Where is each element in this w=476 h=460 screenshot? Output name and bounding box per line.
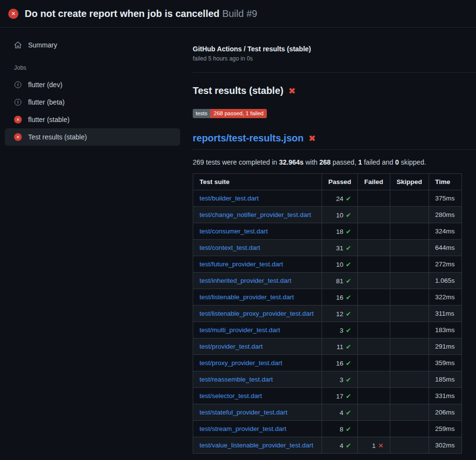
table-row: test/builder_test.dart 24✔ ✕ 375ms: [193, 190, 462, 207]
table-row: test/inherited_provider_test.dart 81✔ ✕ …: [193, 273, 462, 289]
sidebar-item-flutter-beta[interactable]: ! flutter (beta): [5, 93, 180, 111]
skipped-cell: [390, 289, 429, 306]
passed-cell: 12✔: [322, 306, 358, 322]
test-suite-link[interactable]: test/multi_provider_test.dart: [200, 326, 280, 334]
col-header-test-suite: Test suite: [193, 174, 322, 190]
test-suite-link[interactable]: test/selector_test.dart: [200, 392, 262, 399]
skipped-cell: [390, 322, 429, 338]
failed-cell: ✕: [358, 190, 390, 207]
table-row: test/consumer_test.dart 18✔ ✕ 324ms: [193, 223, 462, 240]
failed-cell: 1✕: [358, 437, 390, 454]
time-cell: 311ms: [429, 306, 461, 322]
skipped-cell: [390, 371, 429, 388]
check-icon: ✔: [346, 393, 351, 400]
table-row: test/change_notifier_provider_test.dart …: [193, 207, 462, 223]
page-title: Do not create report when job is cancell…: [25, 8, 257, 19]
passed-cell: 4✔: [322, 404, 358, 421]
check-icon: ✔: [346, 327, 351, 334]
check-icon: ✔: [346, 261, 351, 268]
sidebar-item-label: Test results (stable): [28, 133, 87, 141]
check-icon: ✔: [346, 228, 351, 235]
time-cell: 185ms: [429, 371, 461, 388]
col-header-time: Time: [429, 174, 461, 190]
test-suite-link[interactable]: test/future_provider_test.dart: [200, 261, 283, 268]
test-suite-link[interactable]: test/inherited_provider_test.dart: [200, 277, 292, 284]
failed-cell: ✕: [358, 289, 390, 306]
table-row: test/reassemble_test.dart 3✔ ✕ 185ms: [193, 371, 462, 388]
table-header-row: Test suite Passed Failed Skipped Time: [193, 174, 462, 190]
time-cell: 375ms: [429, 190, 461, 207]
skipped-cell: [390, 338, 429, 355]
badge-label: tests: [193, 109, 210, 118]
failed-cell: ✕: [358, 322, 390, 338]
test-suite-link[interactable]: test/listenable_provider_test.dart: [200, 293, 294, 301]
skipped-cell: [390, 388, 429, 404]
time-cell: 331ms: [429, 388, 461, 404]
failed-cell: ✕: [358, 256, 390, 273]
table-row: test/multi_provider_test.dart 3✔ ✕ 183ms: [193, 322, 462, 338]
table-row: test/stateful_provider_test.dart 4✔ ✕ 20…: [193, 404, 462, 421]
skipped-cell: [390, 355, 429, 371]
test-suite-link[interactable]: test/value_listenable_provider_test.dart: [200, 442, 313, 449]
check-icon: ✔: [346, 245, 351, 252]
passed-cell: 3✔: [322, 371, 358, 388]
test-suite-link[interactable]: test/context_test.dart: [200, 244, 260, 251]
check-icon: ✔: [346, 310, 351, 318]
tests-status-badge: tests 268 passed, 1 failed: [193, 109, 267, 118]
test-suite-link[interactable]: test/reassemble_test.dart: [200, 376, 273, 383]
table-row: test/selector_test.dart 17✔ ✕ 331ms: [193, 388, 462, 404]
check-icon: ✔: [346, 442, 351, 449]
failed-cell: ✕: [358, 338, 390, 355]
passed-cell: 11✔: [322, 338, 358, 355]
failed-cell: ✕: [358, 240, 390, 256]
sidebar-item-test-results-stable[interactable]: ✕ Test results (stable): [5, 128, 180, 146]
test-suite-link[interactable]: test/listenable_proxy_provider_test.dart: [200, 310, 314, 317]
neutral-status-icon: !: [14, 81, 22, 89]
test-suite-link[interactable]: test/stream_provider_test.dart: [200, 425, 286, 432]
passed-cell: 3✔: [322, 322, 358, 338]
skipped-cell: [390, 421, 429, 437]
passed-cell: 24✔: [322, 190, 358, 207]
check-icon: ✔: [346, 277, 351, 285]
failed-cell: ✕: [358, 306, 390, 322]
test-suite-link[interactable]: test/consumer_test.dart: [200, 228, 268, 235]
sidebar-item-summary[interactable]: Summary: [5, 36, 180, 54]
report-file-link[interactable]: reports/test-results.json: [193, 133, 304, 144]
test-suite-link[interactable]: test/provider_test.dart: [200, 343, 263, 350]
check-icon: ✔: [346, 195, 351, 202]
failed-cell: ✕: [358, 388, 390, 404]
sidebar-item-label: Summary: [28, 41, 57, 49]
jobs-section-label: Jobs: [0, 54, 185, 76]
time-cell: 359ms: [429, 355, 461, 371]
check-icon: ✔: [346, 294, 351, 301]
run-status-line: failed 5 hours ago in 0s: [193, 55, 476, 62]
test-suite-link[interactable]: test/change_notifier_provider_test.dart: [200, 211, 311, 218]
sidebar-item-flutter-dev[interactable]: ! flutter (dev): [5, 76, 180, 93]
results-table: Test suite Passed Failed Skipped Time te…: [193, 173, 462, 454]
skipped-cell: [390, 404, 429, 421]
failed-cell: ✕: [358, 207, 390, 223]
test-suite-link[interactable]: test/stateful_provider_test.dart: [200, 409, 288, 416]
sidebar-item-label: flutter (dev): [28, 81, 62, 89]
passed-cell: 16✔: [322, 289, 358, 306]
table-row: test/stream_provider_test.dart 8✔ ✕ 259m…: [193, 421, 462, 437]
col-header-passed: Passed: [322, 174, 358, 190]
passed-cell: 31✔: [322, 240, 358, 256]
failed-cell: ✕: [358, 404, 390, 421]
neutral-status-icon: !: [14, 98, 22, 106]
table-row: test/value_listenable_provider_test.dart…: [193, 437, 462, 454]
check-icon: ✔: [346, 343, 351, 351]
failed-x-icon: ✖: [288, 87, 295, 95]
summary-line: 269 tests were completed in 32.964s with…: [193, 158, 476, 166]
sidebar-item-flutter-stable[interactable]: ✕ flutter (stable): [5, 111, 180, 128]
report-heading: reports/test-results.json ✖: [193, 133, 476, 150]
failed-cell: ✕: [358, 421, 390, 437]
test-suite-link[interactable]: test/builder_test.dart: [200, 195, 259, 202]
failed-cell: ✕: [358, 371, 390, 388]
passed-cell: 10✔: [322, 207, 358, 223]
skipped-cell: [390, 437, 429, 454]
time-cell: 291ms: [429, 338, 461, 355]
time-cell: 183ms: [429, 322, 461, 338]
test-suite-link[interactable]: test/proxy_provider_test.dart: [200, 359, 282, 367]
check-icon: ✔: [346, 426, 351, 433]
